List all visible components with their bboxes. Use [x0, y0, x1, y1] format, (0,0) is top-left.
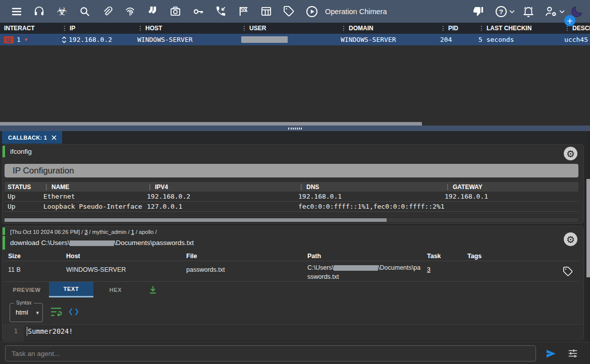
headset-icon[interactable] — [28, 0, 50, 23]
paperclip-icon[interactable] — [96, 0, 119, 23]
select-caret-icon: ▾ — [36, 310, 39, 316]
pane-resize-divider[interactable] — [0, 126, 590, 131]
drag-dots-icon — [288, 128, 302, 130]
task-block-ifconfig: ifconfig ⚙ IP Configuration STATUS ⋮NAME… — [2, 144, 584, 224]
keyboard-icon[interactable] — [4, 36, 14, 43]
send-task-button[interactable] — [545, 348, 557, 359]
notifications-icon[interactable] — [517, 0, 540, 23]
vertical-scrollbar[interactable] — [586, 131, 590, 342]
col-interact[interactable]: INTERACT — [0, 25, 62, 32]
unfold-more-icon[interactable] — [62, 36, 67, 43]
col-ipv4[interactable]: ⋮IPV4 — [147, 184, 298, 191]
phone-callback-icon[interactable] — [209, 0, 232, 23]
checkered-flag-icon[interactable] — [232, 0, 255, 23]
interact-cell[interactable]: 1 ▾ — [0, 36, 62, 43]
task-block-download: [Thu Oct 10 2024 06:26 PM] / 3 / mythic_… — [2, 226, 584, 341]
menu-icon[interactable] — [5, 0, 28, 23]
col-user[interactable]: ⋮USER — [241, 25, 341, 32]
drag-handle-icon[interactable]: ⋮ — [147, 184, 153, 191]
code-view-button[interactable] — [68, 308, 79, 316]
callback-row[interactable]: 1 ▾ 192.168.0.2 WINDOWS-SERVER WINDOWS-S… — [0, 34, 590, 45]
add-tag-button[interactable] — [563, 266, 573, 277]
tab-text[interactable]: TEXT — [49, 282, 93, 297]
top-app-bar: ☣ Op — [0, 0, 590, 23]
col-domain[interactable]: ⋮DOMAIN — [341, 25, 440, 32]
tab-preview[interactable]: PREVIEW — [5, 282, 49, 297]
task-gear-button[interactable]: ⚙ — [564, 232, 577, 246]
syntax-label: Syntax — [14, 300, 34, 306]
key-icon[interactable] — [187, 0, 209, 23]
tab-callback-1[interactable]: CALLBACK: 1 — [2, 131, 62, 144]
drag-handle-icon[interactable]: ⋮ — [298, 184, 304, 191]
word-wrap-button[interactable] — [50, 307, 62, 317]
editor-cursor — [27, 327, 27, 336]
gear-icon: ⚙ — [566, 234, 575, 245]
col-host[interactable]: ⋮HOST — [137, 25, 241, 32]
callback-tabstrip: CALLBACK: 1 — [0, 131, 590, 144]
col-tags: Tags — [464, 253, 578, 260]
syntax-select[interactable]: Syntax html ▾ — [10, 303, 43, 322]
description-cell: ucch45 ex — [564, 36, 590, 43]
horizontal-scrollbar-thumb[interactable] — [5, 218, 387, 222]
task-command: download C:\Users\\Documents\passwords.t… — [3, 236, 563, 250]
drag-handle-icon[interactable]: ⋮ — [62, 25, 68, 32]
vertical-scrollbar-thumb[interactable] — [586, 179, 590, 277]
last-checkin-cell: 5 seconds — [478, 36, 564, 43]
drag-handle-icon[interactable]: ⋮ — [478, 25, 485, 32]
col-dns[interactable]: ⋮DNS — [298, 184, 445, 191]
play-circle-icon[interactable] — [300, 0, 323, 23]
file-size: 11 B — [5, 262, 63, 281]
interface-row: Up Loopback Pseudo-Interface 127.0.0.1 f… — [5, 202, 578, 212]
syntax-value: html — [16, 309, 28, 316]
output-horizontal-scrollbar[interactable] — [5, 218, 578, 222]
help-chevron-icon[interactable] — [509, 10, 515, 14]
col-pid[interactable]: ⋮PID — [440, 25, 478, 32]
download-file-button[interactable] — [138, 282, 168, 297]
drag-handle-icon[interactable]: ⋮ — [341, 25, 347, 32]
drag-handle-icon[interactable]: ⋮ — [137, 25, 143, 32]
col-last-checkin[interactable]: ⋮LAST CHECKIN — [478, 25, 564, 32]
drag-handle-icon[interactable]: ⋮ — [43, 184, 49, 191]
file-name: passwords.txt — [183, 262, 304, 281]
camera-icon[interactable] — [164, 0, 187, 23]
operation-name: Operation Chimera — [325, 8, 387, 16]
wrap-text-icon — [50, 307, 62, 317]
task-id-link[interactable]: 3 — [84, 229, 87, 235]
col-name[interactable]: ⋮NAME — [43, 184, 147, 191]
settings-chevron-icon[interactable] — [559, 10, 565, 14]
callback-dropdown-icon[interactable]: ▾ — [25, 36, 28, 43]
callback-id-link[interactable]: 1 — [131, 229, 134, 235]
editor-gutter: 1 — [3, 325, 24, 341]
download-icon — [148, 285, 158, 295]
tune-icon — [567, 348, 578, 359]
thumbs-down-icon[interactable] — [467, 0, 490, 23]
text-editor[interactable]: 1 Summer2024! — [3, 324, 583, 341]
table-columns-icon[interactable] — [255, 0, 278, 23]
file-task-link[interactable]: 3 — [427, 266, 431, 273]
task-input[interactable] — [5, 345, 536, 361]
task-gear-button[interactable]: ⚙ — [564, 147, 577, 160]
col-size: Size — [5, 253, 63, 260]
interfaces-table-header: STATUS ⋮NAME ⋮IPV4 ⋮DNS ⋮GATEWAY — [5, 182, 578, 192]
fingerprint-icon[interactable] — [119, 0, 141, 23]
horizontal-scrollbar-thumb[interactable] — [0, 122, 422, 126]
socks-icon[interactable] — [141, 0, 164, 23]
editor-line-content[interactable]: Summer2024! — [28, 327, 73, 335]
redacted-username — [334, 265, 378, 271]
file-tags — [464, 262, 578, 281]
col-ip[interactable]: ⋮IP — [62, 25, 137, 32]
tag-icon[interactable] — [278, 0, 300, 23]
send-icon — [545, 348, 557, 359]
search-icon[interactable] — [73, 0, 96, 23]
biohazard-icon[interactable]: ☣ — [50, 0, 73, 23]
tab-hex[interactable]: HEX — [93, 282, 138, 297]
drag-handle-icon[interactable]: ⋮ — [445, 184, 451, 191]
add-callback-badge[interactable]: + — [564, 15, 575, 26]
drag-handle-icon[interactable]: ⋮ — [241, 25, 247, 32]
callback-id: 1 — [17, 36, 21, 43]
close-icon[interactable] — [51, 135, 57, 141]
col-status[interactable]: STATUS — [5, 184, 43, 191]
task-options-button[interactable] — [567, 348, 578, 359]
col-gateway[interactable]: ⋮GATEWAY — [445, 184, 578, 191]
drag-handle-icon[interactable]: ⋮ — [440, 25, 446, 32]
